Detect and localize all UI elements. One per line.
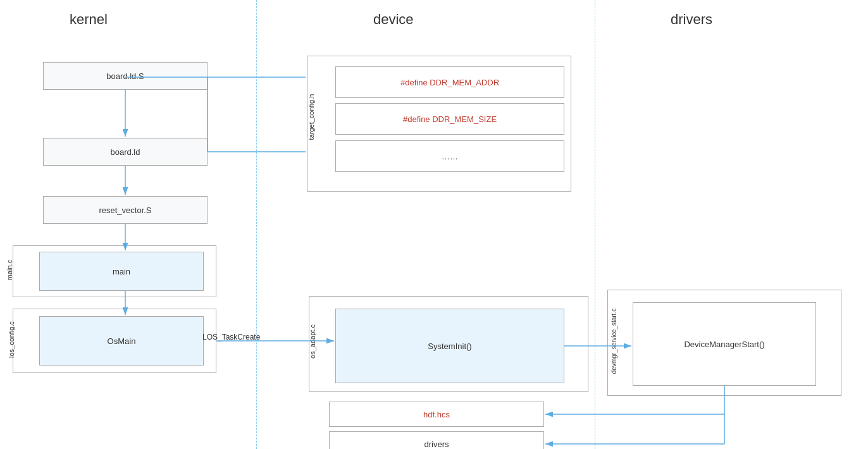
hdf-hcs-label: hdf.hcs <box>423 410 450 419</box>
col-header-drivers: drivers <box>671 11 712 28</box>
define-ddr-addr-label: #define DDR_MEM_ADDR <box>400 78 499 87</box>
drivers-label-box: drivers <box>329 431 544 449</box>
divider-left <box>256 0 257 449</box>
devmgr-label: devmgr_service_start.c <box>611 309 617 374</box>
diagram-container: kernel device drivers board.ld.S board.l… <box>0 0 868 449</box>
main-box: main <box>39 252 204 291</box>
main-label: main <box>113 267 130 276</box>
col-header-kernel: kernel <box>70 11 108 28</box>
los-task-create-label: LOS_TaskCreate <box>202 333 260 341</box>
board-ld-box: board.ld <box>43 138 208 166</box>
drivers-label: drivers <box>424 440 449 449</box>
osmain-box: OsMain <box>39 316 204 366</box>
ellipsis-label: …… <box>442 152 458 161</box>
ellipsis-box: …… <box>335 140 564 172</box>
define-ddr-size-box: #define DDR_MEM_SIZE <box>335 103 564 135</box>
los-config-c-label: los_config.c <box>8 321 15 358</box>
divider-right <box>595 0 595 449</box>
main-c-label: main.c <box>6 260 13 280</box>
system-init-box: SystemInit() <box>335 309 564 383</box>
osmain-label: OsMain <box>108 336 136 346</box>
reset-vector-s-label: reset_vector.S <box>99 206 151 215</box>
target-config-h-label: target_config.h <box>307 94 315 140</box>
define-ddr-size-label: #define DDR_MEM_SIZE <box>403 114 497 124</box>
define-ddr-addr-box: #define DDR_MEM_ADDR <box>335 66 564 98</box>
device-manager-start-label: DeviceManagerStart() <box>684 340 764 349</box>
device-manager-start-box: DeviceManagerStart() <box>633 302 816 386</box>
reset-vector-s-box: reset_vector.S <box>43 196 208 224</box>
system-init-label: SystemInit() <box>428 341 471 351</box>
board-ld-s-box: board.ld.S <box>43 62 208 90</box>
os-adapt-c-label: os_adapt.c <box>309 324 316 359</box>
board-ld-s-label: board.ld.S <box>106 71 144 81</box>
board-ld-label: board.ld <box>111 147 140 157</box>
hdf-hcs-box: hdf.hcs <box>329 402 544 427</box>
col-header-device: device <box>373 11 414 28</box>
